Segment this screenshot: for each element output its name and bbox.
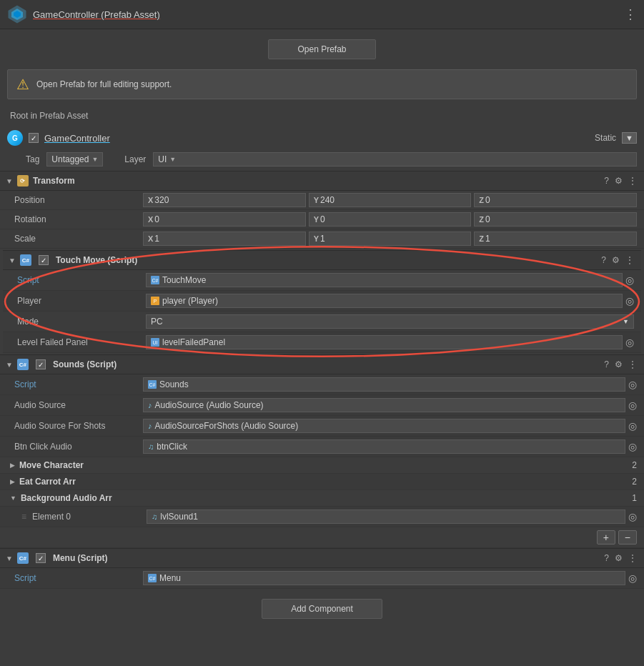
tag-layer-row: Tag Untagged ▼ Layer UI ▼ (0, 149, 644, 171)
touch-move-mode-dropdown[interactable]: PC ▼ (146, 314, 634, 329)
rotation-z-value: 0 (485, 214, 490, 224)
transform-collapse-arrow[interactable]: ▼ (6, 177, 13, 185)
sounds-help-button[interactable]: ? (603, 359, 610, 369)
audio-source-shots-icon: ♪ (148, 422, 152, 430)
static-dropdown[interactable]: ▼ (622, 132, 637, 144)
add-component-button[interactable]: Add Component (262, 599, 382, 619)
scale-fields: X 1 Y 1 Z 1 (143, 232, 637, 246)
sounds-ref-icon: C# (148, 380, 157, 389)
position-z-field[interactable]: Z 0 (474, 193, 637, 207)
touch-move-checkbox[interactable]: ✓ (39, 255, 49, 265)
sounds-script-label: Script (14, 379, 143, 389)
eat-carrot-label: Eat Carrot Arr (19, 477, 632, 487)
sounds-audiosource-label: Audio Source (14, 400, 143, 410)
position-y-field[interactable]: Y 240 (309, 193, 472, 207)
arr-remove-button[interactable]: − (618, 530, 637, 545)
position-z-value: 0 (485, 195, 490, 205)
touch-move-player-ref[interactable]: P player (Player) (146, 294, 623, 308)
layer-arrow-icon: ▼ (169, 156, 176, 163)
transform-icon: ⟳ (17, 175, 29, 187)
menu-settings-button[interactable]: ⚙ (613, 553, 624, 563)
element0-circle-button[interactable]: ◎ (628, 511, 637, 522)
element0-music-icon: ♫ (152, 512, 157, 521)
move-character-row[interactable]: ▶ Move Character 2 (0, 457, 644, 474)
position-x-field[interactable]: X 320 (143, 193, 306, 207)
menu-help-button[interactable]: ? (603, 553, 610, 563)
touch-move-script-ref[interactable]: C# TouchMove (146, 273, 623, 287)
sounds-audiosource-circle-button[interactable]: ◎ (628, 399, 637, 411)
player-ref-icon: P (151, 297, 159, 305)
transform-help-button[interactable]: ? (603, 176, 610, 186)
touch-move-script-value: TouchMove (162, 275, 206, 285)
scale-x-field[interactable]: X 1 (143, 232, 306, 246)
sounds-script-ref[interactable]: C# Sounds (143, 377, 625, 392)
position-x-value: 320 (154, 195, 169, 205)
touch-move-levelfailed-ref[interactable]: UI levelFailedPanel (146, 335, 623, 349)
sounds-menu-button[interactable]: ⋮ (627, 359, 638, 369)
transform-actions: ? ⚙ ⋮ (603, 176, 638, 186)
warning-icon: ⚠ (16, 76, 29, 93)
sounds-icon: C# (17, 359, 29, 370)
touch-move-help-button[interactable]: ? (600, 255, 608, 265)
touch-move-collapse-arrow[interactable]: ▼ (9, 257, 16, 264)
levelfailed-ref-icon: UI (151, 338, 159, 347)
touch-move-settings-button[interactable]: ⚙ (610, 255, 621, 265)
sounds-script-circle-button[interactable]: ◎ (628, 379, 637, 390)
sounds-collapse-arrow[interactable]: ▼ (6, 361, 13, 369)
arr-add-button[interactable]: + (597, 530, 615, 545)
menu-menu-button[interactable]: ⋮ (627, 553, 638, 563)
rotation-y-field[interactable]: Y 0 (309, 212, 472, 227)
sounds-checkbox[interactable]: ✓ (36, 359, 46, 369)
layer-value: UI (158, 154, 167, 164)
ry-axis-label: Y (314, 215, 319, 224)
sounds-settings-button[interactable]: ⚙ (613, 359, 624, 369)
sounds-audiosource-ref[interactable]: ♪ AudioSource (Audio Source) (143, 398, 625, 412)
menu-collapse-arrow[interactable]: ▼ (6, 555, 13, 562)
menu-script-ref[interactable]: C# Menu (143, 571, 625, 585)
sounds-btnclick-circle-button[interactable]: ◎ (628, 441, 637, 452)
scale-y-field[interactable]: Y 1 (309, 232, 472, 246)
move-character-label: Move Character (19, 460, 632, 470)
rotation-z-field[interactable]: Z 0 (474, 212, 637, 227)
scale-label: Scale (14, 234, 143, 244)
touch-move-title: Touch Move (Script) (56, 255, 595, 265)
scale-y-value: 1 (320, 234, 325, 244)
touch-move-mode-label: Mode (17, 317, 146, 327)
unity-logo-icon (7, 4, 27, 24)
bg-audio-row[interactable]: ▼ Background Audio Arr 1 (0, 490, 644, 507)
touch-move-highlighted-container: ▼ C# ✓ Touch Move (Script) ? ⚙ ⋮ Script … (3, 250, 641, 353)
transform-settings-button[interactable]: ⚙ (613, 176, 624, 186)
sounds-script-row: Script C# Sounds ◎ (0, 374, 644, 395)
touch-move-player-circle-button[interactable]: ◎ (625, 295, 634, 307)
touch-move-menu-button[interactable]: ⋮ (624, 255, 635, 265)
sounds-audiosource-shots-ref[interactable]: ♪ AudioSourceForShots (Audio Source) (143, 419, 625, 433)
touch-move-script-circle-button[interactable]: ◎ (625, 274, 634, 286)
rotation-x-field[interactable]: X 0 (143, 212, 306, 227)
eat-carrot-row[interactable]: ▶ Eat Carrot Arr 2 (0, 474, 644, 490)
sounds-audiosource-value: AudioSource (Audio Source) (155, 400, 264, 410)
touch-move-actions: ? ⚙ ⋮ (600, 255, 635, 265)
element0-ref[interactable]: ♫ lvlSound1 (147, 510, 625, 524)
tag-arrow-icon: ▼ (91, 156, 98, 163)
sounds-audiosource-shots-circle-button[interactable]: ◎ (628, 420, 637, 432)
tag-value: Untagged (51, 154, 89, 164)
sounds-btnclick-ref[interactable]: ♫ btnClick (143, 439, 625, 454)
menu-actions: ? ⚙ ⋮ (603, 553, 638, 563)
rotation-y-value: 0 (320, 214, 325, 224)
open-prefab-button[interactable]: Open Prefab (268, 39, 375, 59)
transform-menu-button[interactable]: ⋮ (627, 176, 638, 186)
active-checkbox[interactable]: ✓ (29, 133, 39, 143)
menu-script-circle-button[interactable]: ◎ (628, 572, 637, 584)
rotation-fields: X 0 Y 0 Z 0 (143, 212, 637, 227)
eat-carrot-arrow: ▶ (10, 478, 15, 485)
bg-audio-arrow: ▼ (10, 494, 16, 502)
menu-title: Menu (Script) (53, 553, 598, 563)
tag-dropdown[interactable]: Untagged ▼ (46, 152, 103, 166)
element0-label: Element 0 (32, 512, 147, 522)
menu-checkbox[interactable]: ✓ (36, 553, 46, 563)
header-menu-icon[interactable]: ⋮ (624, 6, 637, 22)
scale-z-field[interactable]: Z 1 (474, 232, 637, 246)
layer-dropdown[interactable]: UI ▼ (153, 152, 637, 166)
touch-move-script-row: Script C# TouchMove ◎ (3, 270, 641, 291)
touch-move-levelfailed-circle-button[interactable]: ◎ (625, 337, 634, 348)
